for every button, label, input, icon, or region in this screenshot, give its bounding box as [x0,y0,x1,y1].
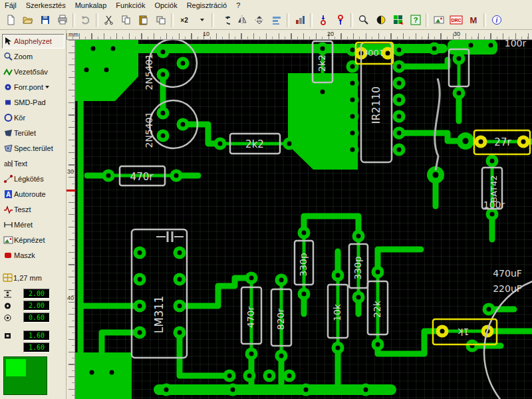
menu-options[interactable]: Opciók [150,0,182,11]
toolbar-separator [483,13,486,27]
pad-lower-button[interactable] [332,13,348,28]
smd-width-row: 1.60 [2,330,65,341]
menu-help[interactable]: ? [231,0,245,11]
ruler-unit: mm [68,31,78,38]
contrast-button[interactable] [372,13,389,28]
sidebar-item-text[interactable]: abText [2,156,65,171]
photoview-button[interactable] [430,13,447,28]
pad-size-value[interactable]: 2.00 [23,301,50,311]
info-icon: i [495,17,497,24]
contrast-icon [376,15,386,25]
rotate-icon [219,15,230,25]
text-icon: ab [3,159,14,168]
duplicate-icon [156,15,166,25]
toolbar-separator [350,13,353,27]
toolbar-separator [287,13,289,27]
cut-button[interactable] [100,13,117,28]
sidebar-item-teszt[interactable]: Teszt [2,202,65,217]
undo-button[interactable] [77,13,94,28]
sidebar-item-autoroute[interactable]: AAutoroute [2,187,65,201]
toolbar-separator [310,13,313,27]
printer-icon [57,15,68,25]
new-button[interactable] [2,13,19,28]
pcb-label: 22k [372,300,382,318]
pcb-label: IR2110 [370,86,382,124]
hole-size-row: 0.60 [2,312,65,323]
scissors-icon [104,15,114,25]
vertical-ruler: 30 40 [66,40,75,399]
toolbar: ×2 ? DRC M i [0,11,532,30]
copy-button[interactable] [118,13,134,28]
pcb-label: 470r [130,171,154,183]
ruler-mark: 10 [203,31,209,37]
print-button[interactable] [54,13,70,28]
sidebar-item-smdpad[interactable]: SMD-Pad [2,95,65,110]
sidebar-item-specterulet[interactable]: Spec.terület [2,141,65,156]
sidebar-item-kor[interactable]: Kör [2,110,65,125]
pcb-label: 820r [275,309,286,331]
smd-height-value[interactable]: 1.60 [23,342,50,352]
sidebar-item-meret[interactable]: Méret [2,217,65,232]
menu-board[interactable]: Munkalap [70,0,112,11]
sidebar-item-label: Képnézet [14,236,45,244]
drc-button[interactable]: DRC [448,13,464,28]
test-probe-icon [3,205,14,214]
hole-size-value[interactable]: 0.60 [23,313,50,323]
color-swatch[interactable] [3,356,47,395]
rotate-button[interactable] [216,13,233,28]
grid-setting[interactable]: 1,27 mm [2,272,65,284]
trace-width-value[interactable]: 2.00 [23,289,50,299]
sidebar-item-alaphelyzet[interactable]: Alaphelyzet [2,34,65,49]
pad-raise-button[interactable] [315,13,331,28]
trace-width-icon [2,289,14,299]
sidebar-item-maszk[interactable]: Maszk [2,248,65,263]
drc-icon: DRC [451,18,461,23]
trace-icon [3,67,14,76]
menu-edit[interactable]: Szerkesztés [21,0,70,11]
grid-icon [2,273,13,284]
zoom-button[interactable] [355,13,372,28]
layers-button[interactable] [390,13,406,28]
pad-raise-icon [318,15,329,25]
help-check-button[interactable]: ? [407,13,424,28]
mirror-vertical-button[interactable] [251,13,267,28]
mirror-horizontal-button[interactable] [233,13,250,28]
sidebar-item-vezetosav[interactable]: Vezetősáv [2,65,65,79]
scale-dropdown-button[interactable] [193,13,209,28]
pcb-label: 470r [245,307,256,329]
mask-icon: M [469,15,477,25]
sidebar-item-forrpont[interactable]: Forr.pont [2,80,65,94]
layer-grid-icon [393,15,404,25]
menu-file[interactable]: Fájl [0,0,21,11]
scale-x2-button[interactable]: ×2 [176,13,192,28]
sidebar-item-label: Text [14,160,27,168]
sidebar-item-zoom[interactable]: Zoom [2,49,65,64]
mask-button[interactable]: M [465,13,481,28]
cursor-icon [3,37,14,46]
sidebar-item-label: Spec.terület [14,144,53,152]
ruler-mark: 30 [67,168,74,175]
pcb-drawing: 2N5401 2N5401 2k2 2k2 470r IR2110 100r 2… [75,40,532,399]
sidebar-item-terulet[interactable]: Terület [2,126,65,140]
info-button[interactable]: i [488,13,505,28]
sidebar-item-legkotes[interactable]: Légkötés [2,172,65,186]
menu-registration[interactable]: Regisztráció [182,0,232,11]
components-button[interactable] [291,13,308,28]
save-button[interactable] [37,13,53,28]
undo-icon [80,15,91,25]
pcb-label: 2k2 [317,55,327,72]
sidebar-item-label: Maszk [14,251,35,259]
duplicate-button[interactable] [152,13,169,28]
sidebar-item-label: Légkötés [14,175,44,183]
sidebar-item-kepnezet[interactable]: Képnézet [2,233,65,247]
paste-button[interactable] [135,13,152,28]
sidebar-item-label: Autoroute [14,190,46,198]
pcb-label: 470uF [493,268,522,279]
pcb-canvas[interactable]: 2N5401 2N5401 2k2 2k2 470r IR2110 100r 2… [75,40,532,399]
align-button[interactable] [268,13,285,28]
menu-functions[interactable]: Funkciók [111,0,150,11]
mask-icon [3,251,14,260]
solder-pad-icon [3,82,14,92]
open-button[interactable] [19,13,36,28]
smd-width-value[interactable]: 1.60 [23,331,50,340]
